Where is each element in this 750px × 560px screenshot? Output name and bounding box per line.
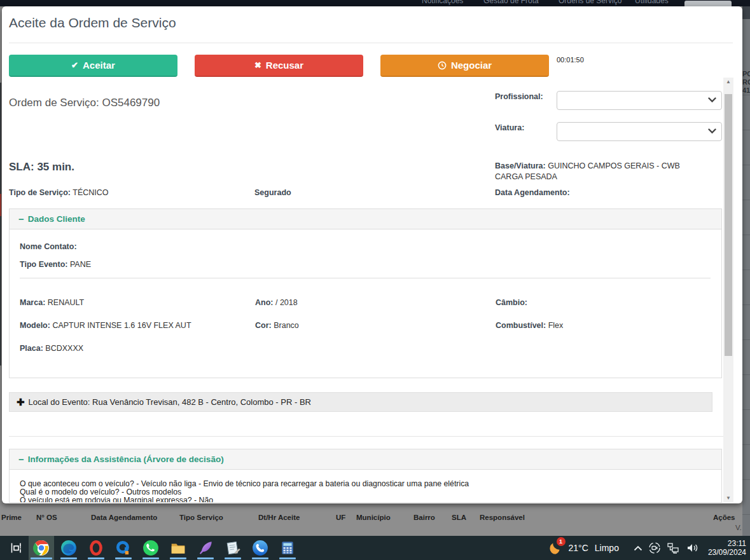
- modal-scrollbar[interactable]: ▲ ▼: [723, 78, 733, 502]
- ano: Ano: / 2018: [255, 298, 298, 307]
- edge-icon: [60, 540, 77, 556]
- system-tray: 1 21°C Limpo: [546, 536, 749, 560]
- accept-button[interactable]: ✔ Aceitar: [9, 55, 177, 77]
- clipped-text-fragment: PC: [742, 70, 750, 78]
- chrome-icon: [33, 540, 50, 556]
- data-agendamento: Data Agendamento:: [495, 188, 570, 197]
- order-number: Ordem de Serviço: OS5469790: [9, 97, 160, 109]
- taskbar-app-edge[interactable]: [56, 536, 81, 560]
- viatura-select[interactable]: [557, 122, 722, 141]
- clipped-text-fragment: 41: [742, 86, 750, 94]
- taskbar-app-calculator[interactable]: [275, 536, 300, 560]
- taskbar-apps: [5, 536, 302, 560]
- scroll-down-arrow[interactable]: ▼: [723, 495, 733, 501]
- col-acoes: Ações: [713, 514, 735, 521]
- start-button[interactable]: [5, 536, 27, 560]
- placa: Placa: BCDXXXX: [20, 344, 83, 353]
- notes-app-icon: [225, 540, 241, 556]
- chevron-down-icon: [708, 128, 716, 134]
- taskbar-app-chrome[interactable]: [29, 536, 54, 560]
- scroll-up-arrow[interactable]: ▲: [723, 79, 733, 85]
- col-sla: SLA: [452, 514, 466, 521]
- background-page-left-edge: [0, 83, 1, 365]
- nav-item-notificacoes[interactable]: Notificações: [422, 0, 463, 5]
- sla-value: SLA: 35 min.: [9, 161, 74, 174]
- modal-title: Aceite da Ordem de Serviço: [9, 15, 176, 31]
- profissional-label: Profissional:: [495, 92, 543, 101]
- segurado-label: Segurado: [254, 188, 291, 197]
- weather-text[interactable]: 21°C Limpo: [569, 543, 619, 553]
- collapse-icon: −: [18, 214, 24, 224]
- tipo-servico: Tipo de Serviço: TÉCNICO: [9, 188, 109, 197]
- notification-badge: 1: [557, 537, 566, 546]
- taskbar-app-file-explorer[interactable]: [165, 536, 191, 560]
- cor: Cor: Branco: [255, 321, 299, 330]
- nav-user-button[interactable]: [684, 1, 732, 6]
- divider: [9, 43, 733, 43]
- decision-tree-line: Qual é o modelo do veículo? - Outros mod…: [20, 488, 181, 496]
- local-evento-bar[interactable]: ✚ Local do Evento: Rua Venâncio Trevisan…: [9, 392, 712, 412]
- weather-widget[interactable]: 1: [546, 540, 563, 556]
- dados-cliente-header[interactable]: − Dados Cliente: [10, 209, 721, 229]
- taskbar-app-notes[interactable]: [220, 536, 246, 560]
- col-uf: UF: [336, 514, 345, 521]
- file-explorer-icon: [170, 540, 186, 556]
- assistencia-panel: − Informações da Assistência (Árvore de …: [9, 449, 722, 503]
- whatsapp-icon: [142, 540, 159, 556]
- combustivel: Combustível: Flex: [496, 321, 563, 330]
- dados-cliente-panel: − Dados Cliente Nome Contato: Tipo Event…: [9, 208, 722, 378]
- viatura-label: Viatura:: [495, 123, 524, 132]
- tray-network-icon[interactable]: [667, 542, 680, 554]
- taskbar-app-whatsapp[interactable]: [138, 536, 163, 560]
- profissional-select[interactable]: [557, 91, 722, 110]
- expand-icon: ✚: [17, 397, 25, 408]
- service-order-modal: Aceite da Ordem de Serviço ✔ Aceitar ✖ R…: [2, 6, 742, 503]
- clipped-text-fragment: RG: [742, 78, 750, 86]
- background-page-right-edge: PC RG 41: [742, 6, 750, 536]
- calculator-icon: [279, 540, 296, 556]
- blue-a-app-icon: [115, 540, 132, 556]
- taskbar-app-blue-a[interactable]: [111, 536, 136, 560]
- taskbar-app-opera[interactable]: [83, 536, 109, 560]
- tray-volume-icon[interactable]: [686, 542, 700, 554]
- col-municipio: Município: [356, 514, 391, 521]
- decision-tree-line: O que aconteceu com o veículo? - Veículo…: [20, 479, 469, 488]
- refuse-button[interactable]: ✖ Recusar: [195, 55, 363, 77]
- clipped-text-fragment: V.: [735, 524, 742, 531]
- divider: [20, 278, 711, 278]
- collapse-icon: −: [18, 454, 24, 464]
- nav-item-gestao-frota[interactable]: Gestão de Frota: [483, 0, 539, 5]
- marca: Marca: RENAULT: [20, 298, 84, 307]
- col-dthr-aceite: Dt/Hr Aceite: [258, 514, 300, 521]
- cambio: Câmbio:: [496, 298, 527, 307]
- col-tipo-servico: Tipo Serviço: [179, 514, 223, 521]
- taskbar-app-phone[interactable]: [247, 536, 273, 560]
- background-page-left-edge-accent: [0, 194, 1, 216]
- tipo-evento: Tipo Evento: PANE: [20, 260, 91, 269]
- date: 23/09/2024: [708, 548, 746, 557]
- tray-chevron-up-icon[interactable]: [634, 545, 642, 551]
- taskbar: 1 21°C Limpo: [0, 536, 750, 560]
- taskbar-app-feather[interactable]: [193, 536, 218, 560]
- col-n-os: N° OS: [36, 514, 57, 521]
- phone-app-icon: [252, 540, 268, 556]
- temperature: 21°C: [569, 543, 588, 553]
- col-responsavel: Responsável: [480, 514, 525, 521]
- col-prime: Prime: [1, 514, 22, 521]
- x-icon: ✖: [254, 60, 261, 70]
- decision-tree-line: O veículo está em rodovia ou Marginal ex…: [20, 496, 213, 503]
- check-icon: ✔: [71, 60, 78, 70]
- nav-item-ordens-servico[interactable]: Ordens de Serviço: [559, 0, 622, 5]
- background-table-header: Prime N° OS Data Agendamento Tipo Serviç…: [0, 514, 750, 526]
- taskbar-clock[interactable]: 23:11 23/09/2024: [708, 539, 746, 557]
- weather-condition: Limpo: [595, 543, 619, 553]
- scrollbar-thumb[interactable]: [725, 94, 732, 356]
- assistencia-header[interactable]: − Informações da Assistência (Árvore de …: [10, 449, 721, 470]
- time: 23:11: [708, 539, 746, 548]
- chevron-down-icon: [708, 97, 716, 103]
- nome-contato: Nome Contato:: [20, 242, 77, 251]
- negotiate-button[interactable]: Negociar: [380, 55, 549, 77]
- tray-cast-icon[interactable]: [648, 542, 661, 554]
- countdown-timer: 00:01:50: [557, 56, 584, 64]
- nav-item-utilidades[interactable]: Utilidades: [635, 0, 669, 5]
